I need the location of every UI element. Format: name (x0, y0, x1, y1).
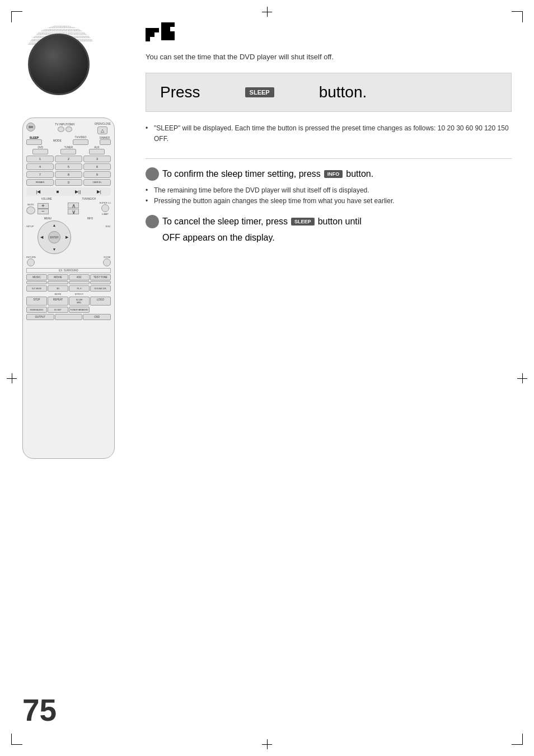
corner-mark-br (512, 734, 523, 745)
corner-mark-bl (11, 734, 22, 745)
cancel-button-badge: SLEEP (291, 218, 315, 226)
confirm-heading: To confirm the sleep timer setting, pres… (146, 167, 512, 181)
svg-rect-2 (154, 28, 159, 32)
svg-rect-3 (146, 32, 150, 37)
bullet-section: "SLEEP" will be displayed. Each time the… (146, 123, 512, 144)
svg-rect-8 (170, 22, 175, 27)
confirm-heading-text: To confirm the sleep timer setting, pres… (162, 169, 321, 179)
svg-rect-5 (146, 37, 150, 41)
camera-decoration: 0101010101010101010101010100101010101001… (22, 22, 123, 112)
svg-rect-13 (170, 31, 175, 36)
intro-text: You can set the time that the DVD player… (146, 51, 512, 63)
page-number: 75 (22, 692, 57, 728)
sleep-button-badge: SLEEP (245, 87, 274, 97)
cancel-button-text: button until (318, 217, 362, 227)
svg-rect-9 (161, 27, 166, 31)
divider-1 (146, 158, 512, 159)
cancel-suffix: OFF appears on the display. (162, 233, 512, 243)
transport-controls: |◀ ■ ▶|| ▶| (26, 187, 111, 196)
crosshair-top (262, 7, 272, 17)
sleep-icon-container (146, 22, 512, 47)
svg-rect-14 (161, 36, 166, 40)
svg-rect-16 (170, 36, 175, 40)
svg-rect-10 (166, 27, 170, 31)
cancel-heading: To cancel the sleep timer, press SLEEP b… (146, 215, 512, 228)
confirm-button-badge: INFO (324, 170, 343, 178)
sleep-pixel-icon (146, 22, 176, 45)
crosshair-bottom (262, 739, 272, 749)
press-label: Press (160, 83, 200, 101)
power-button[interactable]: D/I (26, 123, 35, 132)
main-content: You can set the time that the DVD player… (146, 22, 512, 243)
svg-rect-0 (146, 28, 150, 32)
bullet-item-1: "SLEEP" will be displayed. Each time the… (146, 123, 512, 144)
cancel-section: To cancel the sleep timer, press SLEEP b… (146, 215, 512, 243)
crosshair-right (517, 373, 527, 383)
confirm-bullets: The remaining time before the DVD player… (146, 185, 512, 206)
confirm-button-text: button. (346, 169, 373, 179)
svg-rect-11 (161, 31, 166, 36)
camera-lens (28, 34, 90, 95)
number-grid: 1 2 3 4 5 6 7 8 9 REMAIN 0 CANCEL (26, 156, 111, 186)
corner-mark-tr (512, 11, 523, 22)
confirm-bullet-1: The remaining time before the DVD player… (146, 185, 512, 196)
svg-rect-15 (166, 36, 170, 40)
cancel-number (146, 215, 159, 228)
button-label: button. (319, 83, 367, 101)
confirm-number (146, 167, 159, 181)
press-button-box: Press SLEEP button. (146, 73, 512, 112)
crosshair-left (7, 373, 17, 383)
confirm-bullet-2: Pressing the button again changes the sl… (146, 196, 512, 206)
svg-rect-12 (166, 31, 170, 36)
cancel-heading-text: To cancel the sleep timer, press (162, 217, 288, 227)
svg-rect-4 (150, 32, 154, 37)
remote-control: D/I TV INPUT/DMX OPEN/CLOSE △ SLEEP (22, 118, 115, 459)
confirm-section: To confirm the sleep timer setting, pres… (146, 167, 512, 206)
svg-rect-1 (150, 28, 154, 32)
svg-rect-7 (166, 22, 170, 27)
corner-mark-tl (11, 11, 22, 22)
svg-rect-6 (161, 22, 166, 27)
remote-control-area: D/I TV INPUT/DMX OPEN/CLOSE △ SLEEP (22, 118, 123, 464)
